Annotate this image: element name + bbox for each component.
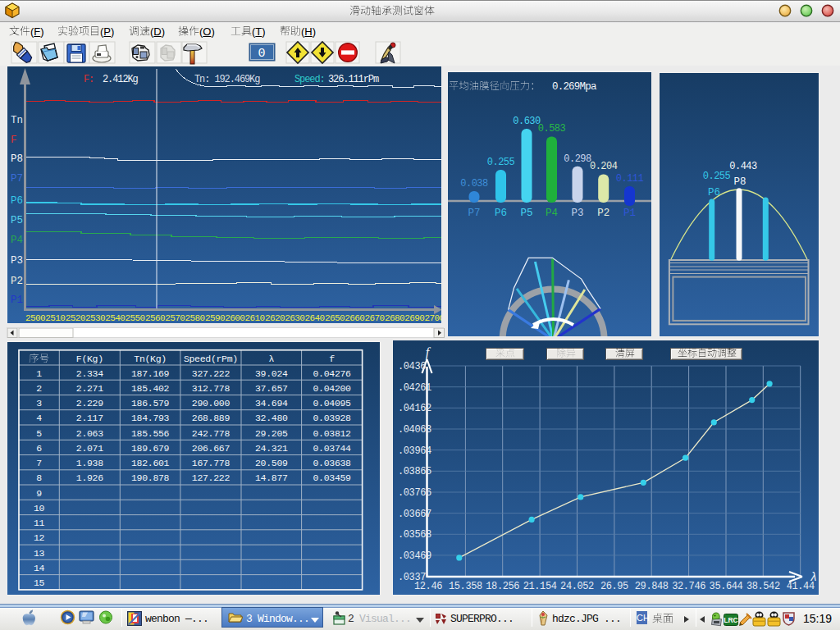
svg-text:189.679: 189.679 xyxy=(131,443,170,454)
svg-text:1.926: 1.926 xyxy=(76,472,103,483)
svg-text:2.271: 2.271 xyxy=(76,383,103,394)
svg-text:.0436: .0436 xyxy=(398,361,426,372)
svg-text:9: 9 xyxy=(36,488,42,499)
svg-text:0.03638: 0.03638 xyxy=(313,458,351,468)
svg-text:Speed(rPm): Speed(rPm) xyxy=(184,354,238,364)
svg-text:2670: 2670 xyxy=(365,313,385,323)
svg-text:10: 10 xyxy=(34,503,45,514)
svg-text:14.877: 14.877 xyxy=(255,472,288,483)
svg-text:F: F xyxy=(11,135,17,146)
svg-text:.04261: .04261 xyxy=(398,382,431,394)
svg-text:0.255: 0.255 xyxy=(487,157,515,168)
svg-text:2.071: 2.071 xyxy=(76,443,103,454)
svg-text:P2: P2 xyxy=(11,276,23,287)
svg-text:λ: λ xyxy=(268,354,274,364)
svg-text:P6: P6 xyxy=(708,187,720,199)
svg-text:F(Kg): F(Kg) xyxy=(76,354,103,364)
svg-text:P3: P3 xyxy=(571,208,583,219)
svg-text:2.229: 2.229 xyxy=(76,398,103,409)
svg-text:0.04200: 0.04200 xyxy=(313,383,351,394)
svg-text:37.657: 37.657 xyxy=(255,383,288,394)
svg-text:24.321: 24.321 xyxy=(255,443,288,454)
svg-text:11: 11 xyxy=(34,518,45,528)
svg-text:0.443: 0.443 xyxy=(729,161,757,172)
svg-text:12: 12 xyxy=(34,532,45,543)
svg-text:0.269Mpa: 0.269Mpa xyxy=(552,81,597,93)
svg-text:4: 4 xyxy=(36,413,42,423)
svg-text:0.038: 0.038 xyxy=(460,178,488,189)
svg-text:167.778: 167.778 xyxy=(192,458,231,468)
svg-text:.03667: .03667 xyxy=(398,509,431,520)
svg-text:2660: 2660 xyxy=(345,313,364,323)
svg-text:.04063: .04063 xyxy=(398,424,431,436)
svg-text:14: 14 xyxy=(34,563,45,573)
svg-text:2560: 2560 xyxy=(145,313,165,323)
svg-text:P4: P4 xyxy=(546,208,558,219)
svg-text:39.024: 39.024 xyxy=(255,368,288,379)
svg-text:P1: P1 xyxy=(623,208,636,219)
svg-text:P7: P7 xyxy=(468,208,480,219)
svg-text:0.04095: 0.04095 xyxy=(313,398,351,409)
svg-text:2530: 2530 xyxy=(85,313,105,323)
svg-text:186.579: 186.579 xyxy=(131,398,170,409)
svg-text:2600: 2600 xyxy=(225,313,244,323)
svg-text:.03964: .03964 xyxy=(398,445,431,457)
svg-text:326.111rPm: 326.111rPm xyxy=(328,74,379,85)
svg-text:182.601: 182.601 xyxy=(131,458,170,468)
svg-text:12.46: 12.46 xyxy=(414,581,442,592)
svg-text:1.938: 1.938 xyxy=(76,458,103,468)
svg-text:32.480: 32.480 xyxy=(255,413,288,423)
svg-text:Tn(Kg): Tn(Kg) xyxy=(134,354,167,364)
svg-text:2700: 2700 xyxy=(425,313,442,323)
svg-text:2550: 2550 xyxy=(126,313,145,323)
svg-text:P6: P6 xyxy=(495,208,507,219)
svg-text:5: 5 xyxy=(36,428,42,439)
svg-text:2540: 2540 xyxy=(105,313,125,323)
svg-text:6: 6 xyxy=(36,443,42,454)
svg-text:P2: P2 xyxy=(597,208,609,219)
svg-text:Tn: 192.469Kg: Tn: 192.469Kg xyxy=(194,74,260,85)
svg-text:20.509: 20.509 xyxy=(255,458,288,468)
svg-text:2690: 2690 xyxy=(404,313,424,323)
svg-text:7: 7 xyxy=(36,458,42,468)
svg-text:2620: 2620 xyxy=(265,313,285,323)
svg-text:0.583: 0.583 xyxy=(538,123,566,135)
svg-text:2510: 2510 xyxy=(45,313,65,323)
svg-text:2.334: 2.334 xyxy=(76,368,103,379)
svg-text:Speed:: Speed: xyxy=(294,74,325,85)
svg-text:312.778: 312.778 xyxy=(192,383,231,394)
svg-text:0.03812: 0.03812 xyxy=(313,428,351,439)
svg-text:2570: 2570 xyxy=(165,313,185,323)
svg-text:2580: 2580 xyxy=(185,313,205,323)
svg-text:F:: F: xyxy=(84,74,94,85)
svg-text:Tn: Tn xyxy=(11,115,23,126)
svg-text:2630: 2630 xyxy=(285,313,304,323)
svg-text:13: 13 xyxy=(34,548,45,559)
svg-text:290.000: 290.000 xyxy=(192,398,231,409)
svg-text:15.358: 15.358 xyxy=(449,581,482,592)
svg-text:λ: λ xyxy=(810,570,817,583)
svg-text:P6: P6 xyxy=(11,195,23,207)
svg-text:2.063: 2.063 xyxy=(76,428,103,439)
svg-text:f: f xyxy=(329,354,335,364)
svg-text:.03568: .03568 xyxy=(398,529,431,541)
svg-text:0: 0 xyxy=(258,47,265,61)
svg-text:268.889: 268.889 xyxy=(192,413,231,423)
svg-text:2640: 2640 xyxy=(305,313,325,323)
svg-text:P8: P8 xyxy=(11,153,23,165)
svg-text:2610: 2610 xyxy=(245,313,265,323)
svg-text:185.556: 185.556 xyxy=(131,428,170,439)
svg-text:P8: P8 xyxy=(733,176,746,188)
svg-text:0.255: 0.255 xyxy=(703,171,731,182)
svg-text:29.848: 29.848 xyxy=(635,581,669,592)
svg-text:.03469: .03469 xyxy=(398,550,431,562)
svg-text:P4: P4 xyxy=(11,235,23,246)
svg-text:327.222: 327.222 xyxy=(192,368,231,379)
svg-text:18.256: 18.256 xyxy=(486,581,519,592)
svg-text:206.667: 206.667 xyxy=(192,443,230,454)
svg-text:.04162: .04162 xyxy=(398,403,431,414)
svg-text:8: 8 xyxy=(36,472,42,483)
svg-text:P5: P5 xyxy=(520,208,532,219)
svg-text:242.778: 242.778 xyxy=(192,428,231,439)
svg-text:0.298: 0.298 xyxy=(564,153,591,165)
